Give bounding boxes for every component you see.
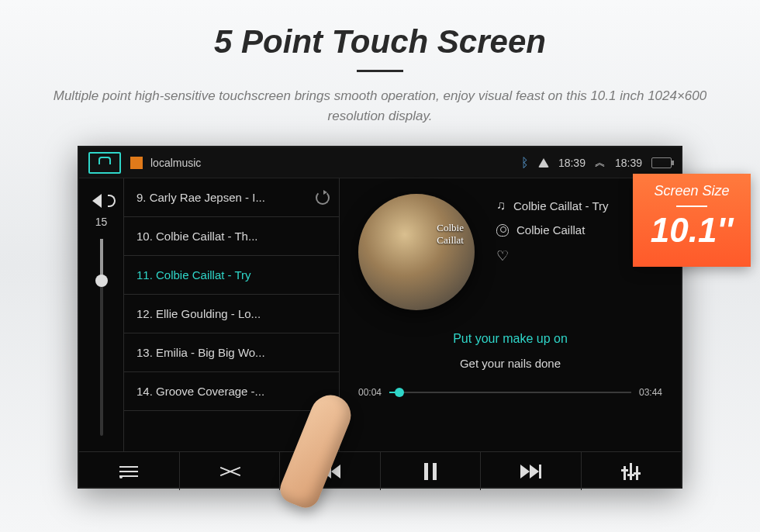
status-time-primary: 18:39 (558, 157, 586, 169)
hero-subtitle: Multiple point high-sensitive touchscree… (43, 86, 717, 126)
playlist-item-label: 13. Emilia - Big Big Wo... (136, 346, 265, 359)
control-bar (79, 451, 681, 490)
status-title: localmusic (150, 157, 201, 169)
next-button[interactable] (481, 452, 582, 490)
album-text-line1: Colbie (437, 222, 464, 234)
lyrics: Put your make up on Get your nails done (358, 332, 662, 370)
equalizer-icon (624, 463, 638, 480)
chevron-up-icon[interactable] (595, 156, 606, 170)
playlist: 9. Carly Rae Jepsen - I...10. Colbie Cai… (124, 178, 340, 451)
volume-panel: 15 (79, 178, 124, 451)
now-playing-panel: Colbie Caillat Colbie Caillat - Try Colb… (340, 178, 681, 451)
playlist-item-label: 12. Ellie Goulding - Lo... (136, 307, 261, 320)
title-underline (357, 70, 403, 72)
artist-name: Colbie Caillat (516, 223, 585, 237)
album-art[interactable]: Colbie Caillat (358, 194, 475, 310)
play-pause-button[interactable] (381, 452, 482, 490)
album-text-line2: Caillat (437, 234, 464, 247)
pause-icon (424, 463, 437, 480)
status-bar: localmusic 18:39 18:39 (79, 147, 681, 178)
volume-icon[interactable] (92, 194, 111, 208)
size-badge-value: 10.1'' (641, 213, 743, 247)
progress-track[interactable] (389, 392, 631, 393)
battery-icon (651, 157, 672, 168)
app-icon (130, 157, 143, 169)
playlist-item[interactable]: 13. Emilia - Big Big Wo... (124, 333, 339, 372)
skip-back-icon (320, 465, 340, 478)
previous-button[interactable] (280, 452, 381, 490)
shuffle-icon (219, 465, 240, 478)
progress-thumb[interactable] (395, 388, 404, 397)
music-note-icon (496, 199, 506, 212)
equalizer-button[interactable] (582, 452, 682, 490)
volume-thumb[interactable] (95, 275, 108, 287)
home-button[interactable] (88, 152, 121, 174)
playlist-item-label: 11. Colbie Caillat - Try (136, 268, 251, 282)
shuffle-button[interactable] (180, 452, 281, 490)
list-icon (119, 466, 138, 477)
person-icon (496, 224, 509, 237)
wifi-icon (538, 158, 549, 168)
playlist-item[interactable]: 14. Groove Coverage -... (124, 372, 339, 411)
lyric-current: Put your make up on (358, 332, 662, 346)
heart-icon[interactable] (496, 247, 509, 264)
screen-size-badge: Screen Size 10.1'' (633, 174, 751, 267)
playlist-item-label: 10. Colbie Caillat - Th... (136, 230, 257, 243)
size-badge-title: Screen Size (641, 183, 743, 199)
device-frame: localmusic 18:39 18:39 15 9. Carly Rae J… (78, 146, 682, 489)
playlist-item[interactable]: 12. Ellie Goulding - Lo... (124, 295, 339, 333)
playlist-item[interactable]: 10. Colbie Caillat - Th... (124, 217, 339, 256)
loop-icon (316, 191, 330, 205)
playlist-button[interactable] (79, 452, 180, 490)
track-title: Colbie Caillat - Try (513, 199, 609, 212)
playlist-item[interactable]: 11. Colbie Caillat - Try (124, 256, 339, 295)
playlist-item-label: 9. Carly Rae Jepsen - I... (136, 191, 265, 204)
time-elapsed: 00:04 (358, 387, 382, 398)
playlist-item[interactable]: 9. Carly Rae Jepsen - I... (124, 178, 339, 217)
playlist-item-label: 14. Groove Coverage -... (136, 385, 264, 398)
bluetooth-icon (521, 156, 529, 170)
hero-title: 5 Point Touch Screen (0, 0, 760, 60)
progress-bar[interactable]: 00:04 03:44 (358, 387, 662, 398)
skip-forward-icon (520, 465, 541, 478)
time-duration: 03:44 (639, 387, 662, 398)
status-time-secondary: 18:39 (615, 157, 642, 169)
volume-slider[interactable] (100, 239, 103, 436)
volume-level: 15 (95, 216, 108, 228)
lyric-next: Get your nails done (358, 357, 662, 370)
